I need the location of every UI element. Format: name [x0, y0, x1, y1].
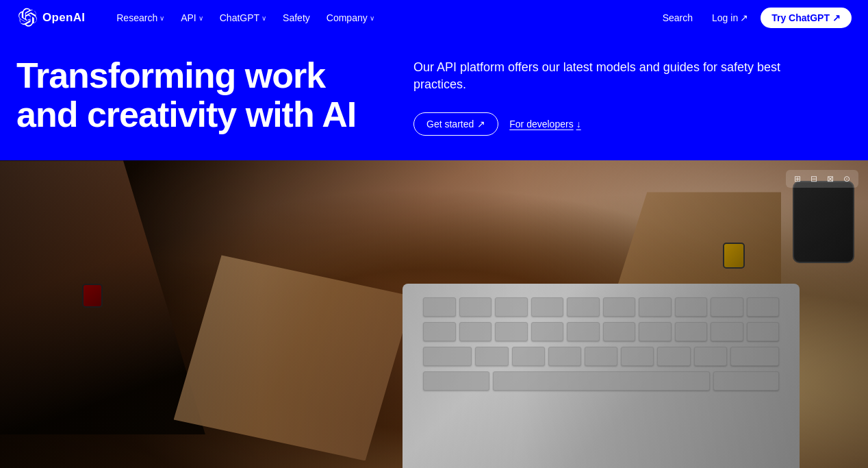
try-chatgpt-button[interactable]: Try ChatGPT ↗ — [761, 8, 852, 28]
hero-buttons: Get started ↗ For developers ↓ — [413, 112, 852, 136]
arrow-icon: ↓ — [576, 119, 581, 130]
nav-safety[interactable]: Safety — [276, 8, 317, 27]
logo[interactable]: OpenAI — [16, 8, 85, 28]
nav-research[interactable]: Research ∨ — [110, 8, 171, 27]
for-developers-button[interactable]: For developers ↓ — [509, 119, 580, 130]
photo-background — [0, 160, 868, 468]
arrow-icon: ↗ — [477, 119, 485, 130]
close-icon[interactable]: ⊠ — [824, 173, 837, 185]
nav-company[interactable]: Company ∨ — [320, 8, 381, 27]
hero-section: Transforming work and creativity with AI… — [0, 36, 868, 160]
search-button[interactable]: Search — [656, 8, 700, 27]
hero-image: ⊞ ⊟ ⊠ ⊙ — [0, 160, 868, 468]
chevron-down-icon: ∨ — [261, 14, 266, 22]
nav-chatgpt[interactable]: ChatGPT ∨ — [213, 8, 273, 27]
hero-description: Our API platform offers our latest model… — [413, 59, 797, 93]
nav-actions: Search Log in ↗ Try ChatGPT ↗ — [656, 8, 852, 28]
openai-logo-icon — [16, 8, 37, 28]
hero-title: Transforming work and creativity with AI — [16, 56, 372, 134]
chevron-down-icon: ∨ — [159, 14, 164, 22]
expand-icon[interactable]: ⊞ — [791, 173, 804, 185]
chevron-down-icon: ∨ — [199, 14, 203, 22]
get-started-button[interactable]: Get started ↗ — [413, 112, 498, 136]
hero-right: Our API platform offers our latest model… — [372, 56, 852, 136]
image-toolbar: ⊞ ⊟ ⊠ ⊙ — [786, 170, 858, 188]
nav-api[interactable]: API ∨ — [174, 8, 210, 27]
dark-overlay — [0, 160, 868, 468]
chevron-down-icon: ∨ — [370, 14, 374, 22]
arrow-icon: ↗ — [740, 12, 748, 23]
hero-left: Transforming work and creativity with AI — [16, 56, 372, 134]
nav-links: Research ∨ API ∨ ChatGPT ∨ Safety Compan… — [110, 8, 655, 27]
settings-icon[interactable]: ⊙ — [841, 173, 853, 185]
logo-text: OpenAI — [42, 11, 85, 25]
login-button[interactable]: Log in ↗ — [705, 8, 755, 27]
arrow-icon: ↗ — [832, 12, 841, 23]
navigation: OpenAI Research ∨ API ∨ ChatGPT ∨ Safety… — [0, 0, 868, 36]
shrink-icon[interactable]: ⊟ — [808, 173, 820, 185]
